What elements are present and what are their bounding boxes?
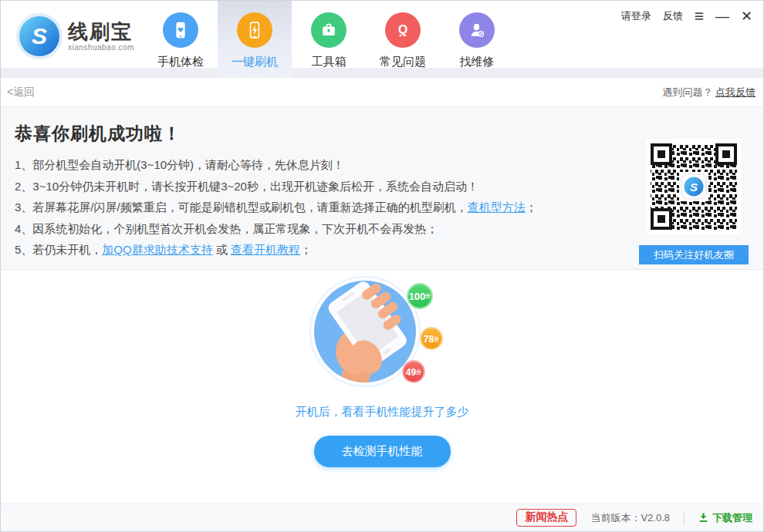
- question-icon: Q: [385, 12, 421, 48]
- minimize-icon[interactable]: —: [715, 9, 729, 23]
- nav-item-one-key-flash[interactable]: 一键刷机: [218, 1, 292, 78]
- flash-result-section: 恭喜你刷机成功啦！ 1、部分机型会自动开机(3~10分钟)，请耐心等待，先休息片…: [1, 107, 763, 270]
- nav-item-phone-checkup[interactable]: 手机体检: [144, 1, 218, 78]
- main-content: 100分 78分 49分 开机后，看看手机性能提升了多少 去检测手机性能: [1, 270, 763, 503]
- nav-item-find-repair[interactable]: 找维修: [440, 1, 514, 78]
- check-model-link[interactable]: 查机型方法: [468, 200, 526, 214]
- download-icon: [698, 513, 708, 523]
- score-badge-100: 100分: [407, 283, 433, 309]
- badge-value: 78: [424, 335, 434, 344]
- phone-health-icon: [163, 12, 198, 48]
- version-label: 当前版本：V2.0.8: [590, 511, 670, 525]
- nav-label: 一键刷机: [232, 55, 278, 69]
- brand-name: 线刷宝: [68, 21, 134, 44]
- score-badge-49: 49分: [402, 360, 425, 383]
- svg-text:Q: Q: [398, 23, 407, 36]
- back-button[interactable]: <返回: [7, 86, 35, 99]
- download-manager-button[interactable]: 下载管理: [698, 511, 752, 525]
- badge-value: 49: [406, 368, 416, 377]
- nav-label: 工具箱: [312, 55, 347, 69]
- close-icon[interactable]: ✕: [741, 9, 752, 23]
- problem-text: 遇到问题？: [662, 86, 712, 98]
- brand-logo-letter: S: [32, 25, 47, 48]
- instruction-line-4: 4、因系统初始化，个别机型首次开机会发热，属正常现象，下次开机不会再发热；: [15, 218, 632, 240]
- qq-group-link[interactable]: 加QQ群求助技术支持: [102, 243, 212, 256]
- instruction-line-1: 1、部分机型会自动开机(3~10分钟)，请耐心等待，先休息片刻！: [15, 154, 632, 176]
- nav-item-faq[interactable]: Q 常见问题: [366, 1, 440, 78]
- line-text: 或: [213, 243, 231, 256]
- test-performance-button[interactable]: 去检测手机性能: [314, 436, 451, 467]
- badge-unit: 分: [425, 293, 431, 298]
- line-text: ；: [526, 200, 537, 214]
- brand-logo: S 线刷宝 xianshuabao.com: [19, 16, 134, 56]
- brand-domain: xianshuabao.com: [68, 43, 134, 52]
- qr-finder-bottom-left: [651, 208, 672, 230]
- qr-finder-top-right: [715, 143, 737, 165]
- instruction-line-3: 3、若屏幕花屏/闪屏/频繁重启，可能是刷错机型或刷机包，请重新选择正确的机型刷机…: [15, 197, 632, 218]
- news-hotspot-button[interactable]: 新闻热点: [516, 509, 576, 527]
- performance-caption: 开机后，看看手机性能提升了多少: [1, 405, 763, 419]
- titlebar-controls: 请登录 反馈 ≡ — ✕: [621, 8, 752, 24]
- line-text: 4、因系统初始化，个别机型首次开机会发热，属正常现象，下次开机不会再发热；: [15, 222, 438, 235]
- line-text: 3、若屏幕花屏/闪屏/频繁重启，可能是刷错机型或刷机包，请重新选择正确的机型刷机…: [15, 200, 468, 214]
- nav-item-toolbox[interactable]: 工具箱: [292, 1, 366, 78]
- nav-label: 常见问题: [380, 55, 426, 69]
- flash-phone-icon: [237, 12, 272, 48]
- badge-value: 100: [409, 291, 426, 301]
- problem-hint: 遇到问题？ 点我反馈: [662, 86, 756, 99]
- line-text: 2、3~10分钟仍未开机时，请长按开机键3~20秒，出现开机迹象后松开，系统会自…: [15, 180, 478, 193]
- brand-logo-icon: S: [19, 16, 59, 56]
- footer-divider: [684, 512, 685, 524]
- instruction-list: 1、部分机型会自动开机(3~10分钟)，请耐心等待，先休息片刻！ 2、3~10分…: [15, 154, 632, 261]
- qr-finder-top-left: [651, 143, 672, 165]
- main-nav: 手机体检 一键刷机: [144, 1, 514, 78]
- nav-label: 手机体检: [157, 55, 204, 69]
- header: S 线刷宝 xianshuabao.com 手机体检: [1, 1, 763, 78]
- success-title: 恭喜你刷机成功啦！: [15, 122, 748, 146]
- svg-text:S: S: [690, 180, 698, 194]
- repairman-icon: [459, 12, 495, 48]
- footer: 新闻热点 当前版本：V2.0.8 下载管理: [1, 503, 763, 531]
- scan-follow-button[interactable]: 扫码关注好机友圈: [639, 245, 749, 264]
- app-window: S 线刷宝 xianshuabao.com 手机体检: [0, 0, 764, 532]
- download-label: 下载管理: [712, 511, 752, 525]
- click-feedback-link[interactable]: 点我反馈: [715, 86, 756, 98]
- login-button[interactable]: 请登录: [621, 9, 651, 23]
- menu-icon[interactable]: ≡: [695, 8, 704, 24]
- hand-phone-illustration: 100分 78分 49分: [305, 276, 459, 392]
- boot-tutorial-link[interactable]: 查看开机教程: [231, 243, 300, 256]
- qr-code: S: [646, 139, 742, 234]
- line-text: 5、若仍未开机，: [15, 243, 102, 256]
- line-text: ；: [300, 243, 312, 256]
- instruction-line-5: 5、若仍未开机，加QQ群求助技术支持 或 查看开机教程；: [15, 239, 632, 261]
- instruction-line-2: 2、3~10分钟仍未开机时，请长按开机键3~20秒，出现开机迹象后松开，系统会自…: [15, 176, 632, 197]
- toolbox-icon: [311, 12, 347, 48]
- score-badge-78: 78分: [420, 327, 443, 350]
- badge-unit: 分: [434, 336, 439, 342]
- badge-unit: 分: [416, 369, 421, 375]
- nav-label: 找维修: [460, 55, 495, 69]
- line-text: 1、部分机型会自动开机(3~10分钟)，请耐心等待，先休息片刻！: [15, 158, 344, 171]
- feedback-button[interactable]: 反馈: [663, 9, 683, 23]
- sub-toolbar: <返回 遇到问题？ 点我反馈: [1, 78, 763, 107]
- qr-code-block: S 扫码关注好机友圈: [646, 139, 742, 234]
